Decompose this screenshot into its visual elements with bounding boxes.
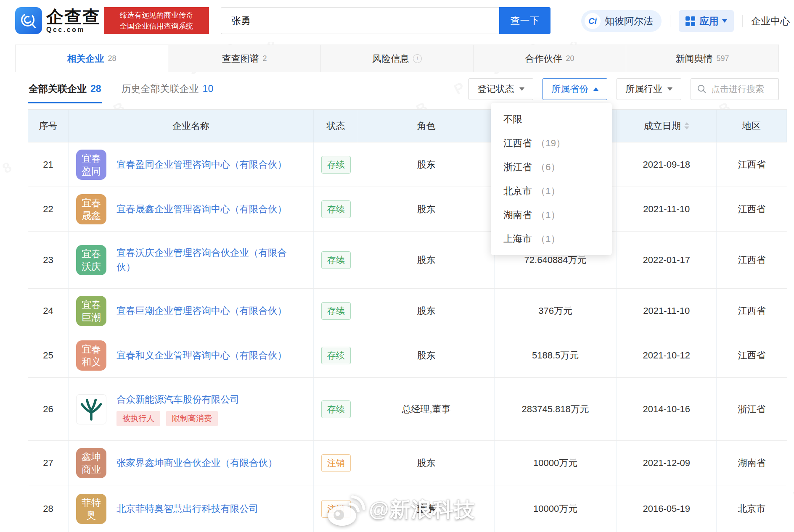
table-header-cell: 地区 (717, 110, 787, 142)
company-name-link[interactable]: 北京菲特奥智慧出行科技有限公司 (116, 502, 259, 516)
row-number: 22 (43, 204, 53, 215)
company-name-link[interactable]: 张家界鑫坤商业合伙企业（有限合伙） (116, 456, 278, 470)
company-badge: 宜春和义 (76, 340, 106, 371)
province-name: 湖南省 (503, 208, 532, 221)
table-header-row: 序号企业名称状态角色成立日期地区 (28, 110, 787, 142)
company-name-link[interactable]: 宜春晟鑫企业管理咨询中心（有限合伙） (116, 202, 287, 216)
province-option[interactable]: 北京市 （1） (491, 179, 612, 203)
table-body: 21 宜春盈同 宜春盈同企业管理咨询中心（有限合伙） (28, 142, 787, 532)
date-value: 2021-11-10 (643, 306, 690, 316)
company-badge: 宜春盈同 (76, 150, 106, 180)
status-badge: 存续 (321, 156, 351, 174)
zhibi-alpha-icon: Ci (585, 13, 601, 29)
table-header-cell: 状态 (314, 110, 358, 142)
related-companies-table: 序号企业名称状态角色成立日期地区 21 宜春盈同 宜春盈同企 (28, 109, 787, 532)
province-option[interactable]: 浙江省 （6） (491, 155, 612, 179)
table-header-cell: 序号 (28, 110, 69, 142)
main-tab[interactable]: 相关企业 28 i (15, 45, 168, 72)
table-row: 24 宜春巨潮 宜春巨潮企业管理咨询中心（有限合伙） (28, 288, 787, 333)
row-number: 24 (43, 306, 53, 316)
enterprise-center-link[interactable]: 企业中心 (751, 15, 790, 28)
slogan-line1: 缔造有远见的商业传奇 (120, 10, 193, 21)
province-count: （6） (536, 161, 561, 174)
filter-label: 登记状态 (477, 83, 514, 95)
table-search-box[interactable]: 点击进行搜索 (691, 78, 779, 100)
zhibi-alpha-button[interactable]: Ci 知彼阿尔法 (581, 10, 662, 32)
chevron-down-icon (667, 87, 672, 91)
main-tab[interactable]: 新闻舆情 597 i (626, 45, 779, 72)
province-name: 北京市 (503, 184, 532, 198)
company-name-link[interactable]: 宜春和义企业管理咨询中心（有限合伙） (116, 348, 287, 363)
date-value: 2014-10-16 (643, 404, 691, 415)
main-tab[interactable]: 合作伙伴 20 i (474, 45, 626, 72)
date-value: 2016-05-19 (643, 503, 691, 514)
capital-value: 72.640884万元 (524, 254, 587, 266)
search-icon (697, 84, 707, 94)
filter-industry[interactable]: 所属行业 (617, 78, 681, 100)
main-tab[interactable]: 查查图谱 2 i (168, 45, 321, 72)
role-value: 股东 (417, 457, 435, 469)
filter-label: 所属行业 (625, 83, 662, 95)
province-option[interactable]: 湖南省 （1） (491, 203, 612, 227)
info-icon: i (413, 54, 422, 63)
table-row: 21 宜春盈同 宜春盈同企业管理咨询中心（有限合伙） (28, 142, 787, 187)
chevron-down-icon (722, 19, 727, 23)
province-name: 浙江省 (503, 161, 532, 174)
role-value: 股东 (417, 254, 435, 266)
table-row: 26 合众新能源汽车股份有限公司 被执行人限制高消费 (28, 377, 787, 440)
qcc-logo-text: 企查查 Qcc.com (46, 8, 101, 34)
subtab[interactable]: 历史全部关联企业 10 (121, 78, 214, 103)
role-value: 总经理,董事 (402, 403, 450, 416)
province-name: 不限 (503, 113, 522, 126)
filter-registration-status[interactable]: 登记状态 (468, 78, 533, 100)
company-name-link[interactable]: 宜春沃庆企业管理咨询合伙企业（有限合伙） (116, 246, 297, 274)
date-value: 2021-12-09 (643, 458, 691, 469)
table-row: 22 宜春晟鑫 宜春晟鑫企业管理咨询中心（有限合伙） (28, 187, 787, 231)
apps-button[interactable]: 应用 (679, 10, 734, 32)
filterbar: 登记状态 所属省份 所属行业 点击进行搜索 (468, 78, 779, 100)
chevron-down-icon (519, 87, 524, 91)
filter-province[interactable]: 所属省份 (543, 78, 607, 100)
slogan-line2: 全国企业信用查询系统 (120, 21, 193, 32)
company-name-link[interactable]: 宜春巨潮企业管理咨询中心（有限合伙） (116, 304, 287, 318)
risk-tag[interactable]: 被执行人 (116, 411, 160, 426)
search-button[interactable]: 查一下 (499, 7, 551, 34)
header-nav: Ci 知彼阿尔法 应用 企业中心 (581, 0, 790, 42)
province-name: 江西省 (503, 137, 532, 150)
province-option[interactable]: 不限 (491, 107, 612, 131)
table-row: 23 宜春沃庆 宜春沃庆企业管理咨询合伙企业（有限合伙） (28, 231, 787, 288)
region-value: 江西省 (738, 305, 766, 317)
province-count: （1） (536, 184, 561, 198)
toolbar: 全部关联企业 28 历史全部关联企业 10 登记状态 所属省份 所属行业 (15, 78, 779, 102)
sort-icon[interactable] (684, 122, 689, 129)
date-value: 2022-01-17 (643, 255, 691, 266)
row-number: 27 (43, 458, 53, 469)
status-badge: 存续 (321, 400, 351, 418)
company-name-link[interactable]: 合众新能源汽车股份有限公司 (116, 392, 240, 407)
table-row: 27 鑫坤商业 张家界鑫坤商业合伙企业（有限合伙） (28, 440, 787, 485)
status-badge: 存续 (321, 200, 351, 218)
search-input[interactable] (221, 7, 499, 34)
qcc-logo[interactable]: 企查查 Qcc.com (15, 7, 101, 34)
region-value: 湖南省 (738, 457, 766, 469)
company-name-link[interactable]: 宜春盈同企业管理咨询中心（有限合伙） (116, 158, 287, 172)
capital-value: 376万元 (538, 305, 572, 317)
main-tab[interactable]: 风险信息 i (321, 45, 474, 72)
province-count: （19） (536, 137, 566, 150)
company-badge: 菲特奥 (76, 494, 106, 524)
risk-tag[interactable]: 限制高消费 (166, 411, 218, 426)
tab-count: 20 (566, 54, 574, 63)
tab-label: 相关企业 (67, 53, 104, 65)
province-option[interactable]: 江西省 （19） (491, 131, 612, 155)
divider (742, 15, 743, 27)
subtab-label: 历史全部关联企业 (122, 82, 199, 95)
province-option[interactable]: 上海市 （1） (491, 227, 612, 251)
table-header-cell: 角色 (358, 110, 495, 142)
company-badge: 宜春巨潮 (76, 296, 106, 326)
company-badge: 宜春沃庆 (76, 245, 106, 275)
subtab[interactable]: 全部关联企业 28 (28, 78, 102, 103)
row-number: 21 (43, 159, 53, 170)
brand-domain: Qcc.com (46, 26, 101, 34)
region-value: 北京市 (738, 503, 766, 515)
row-number: 28 (43, 503, 53, 514)
